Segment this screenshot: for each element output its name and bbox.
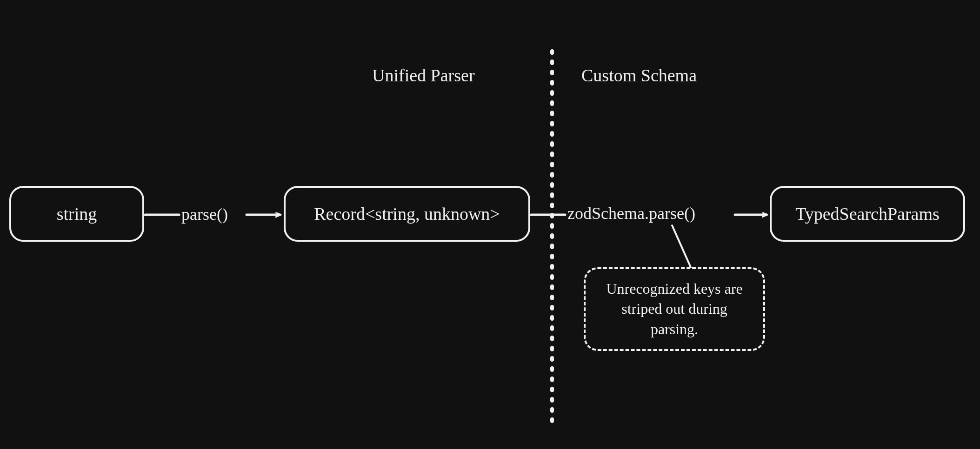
note-unrecognized-keys: Unrecognized keys are striped out during… bbox=[584, 267, 765, 351]
note-connector bbox=[672, 225, 691, 267]
node-string: string bbox=[9, 186, 144, 242]
edge-label-parse: parse() bbox=[181, 205, 228, 224]
node-record: Record<string, unknown> bbox=[284, 186, 530, 242]
section-label-custom-schema: Custom Schema bbox=[581, 65, 697, 86]
section-label-unified-parser: Unified Parser bbox=[372, 65, 475, 86]
edge-label-zod-parse: zodSchema.parse() bbox=[567, 204, 695, 223]
diagram-canvas: Unified Parser Custom Schema string Reco… bbox=[0, 0, 980, 449]
node-typed-search-params: TypedSearchParams bbox=[770, 186, 965, 242]
